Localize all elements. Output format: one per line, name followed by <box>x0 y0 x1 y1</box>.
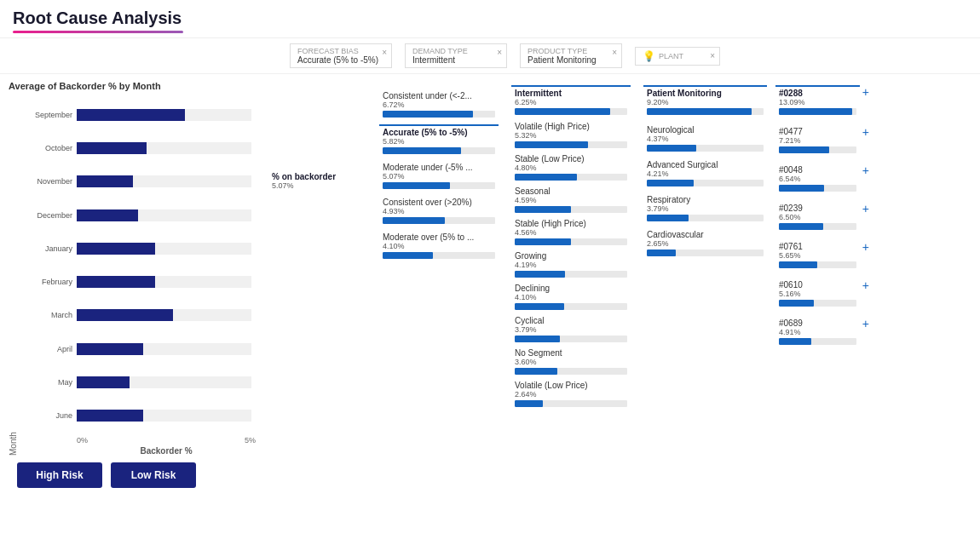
node-patient-monitoring: Patient Monitoring 9.20% <box>643 85 767 117</box>
node-moderate-over-label: Moderate over (5% to ... <box>383 232 495 242</box>
bar-fill <box>77 109 185 121</box>
node-advanced-surgical-bar <box>647 180 764 186</box>
high-risk-button[interactable]: High Risk <box>17 462 102 488</box>
node-0761-plus[interactable]: + <box>862 240 869 254</box>
node-patient-monitoring-pct: 9.20% <box>647 98 764 106</box>
bar-track <box>77 175 251 187</box>
filter-demand-type[interactable]: Demand Type Intermittent × <box>405 43 507 68</box>
bar-month-label: May <box>21 378 72 387</box>
bar-row: September <box>21 105 251 125</box>
filter-plant-close[interactable]: × <box>710 51 715 60</box>
node-seasonal-bar <box>515 206 627 213</box>
node-stable-low-bar <box>515 174 627 181</box>
node-intermittent-label: Intermittent <box>515 89 627 98</box>
node-consistent-over-pct: 4.93% <box>383 207 495 215</box>
node-0689-label: #0689 <box>779 318 856 328</box>
bar-row: December <box>21 205 251 226</box>
node-0048: #0048 6.54% <box>775 164 860 193</box>
node-0761-bar <box>779 261 856 268</box>
filter-product-type[interactable]: Product Type Patient Monitoring × <box>520 43 622 68</box>
node-0689-plus[interactable]: + <box>862 317 869 330</box>
title-underline <box>13 31 183 33</box>
filter-demand-type-close[interactable]: × <box>497 48 502 57</box>
node-0288-row: #0288 13.09% + <box>775 85 869 120</box>
filter-plant[interactable]: 💡 Plant × <box>635 47 720 66</box>
bar-row: June <box>21 405 251 426</box>
node-0477: #0477 7.21% <box>775 125 860 155</box>
node-stable-low: Stable (Low Price) 4.80% <box>511 152 631 182</box>
node-growing-bar <box>515 271 627 278</box>
bar-row: November <box>21 171 251 192</box>
right-panel: % on backorder 5.07% Consistent under (<… <box>264 74 980 545</box>
node-stable-high-pct: 4.56% <box>515 228 627 237</box>
node-accurate-pct: 5.82% <box>383 137 495 146</box>
bar-month-label: June <box>21 411 72 420</box>
node-declining: Declining 4.10% <box>511 282 631 312</box>
node-stable-low-pct: 4.80% <box>515 164 627 172</box>
node-backorder-label: % on backorder <box>272 172 359 181</box>
node-0239: #0239 6.50% <box>775 202 860 232</box>
low-risk-button[interactable]: Low Risk <box>111 462 196 488</box>
node-cyclical-bar <box>515 336 627 342</box>
main-content: Average of Backorder % by Month Month Se… <box>0 74 980 545</box>
x-axis-label: Backorder % <box>21 446 256 456</box>
node-0610-plus[interactable]: + <box>862 278 869 292</box>
node-accurate-label: Accurate (5% to -5%) <box>383 128 495 137</box>
node-neurological-pct: 4.37% <box>647 135 764 143</box>
node-neurological-label: Neurological <box>647 125 764 135</box>
node-0610-row: #0610 5.16% + <box>775 278 869 312</box>
node-accurate-bar <box>383 147 495 154</box>
node-backorder-pct: 5.07% <box>272 181 359 190</box>
filter-forecast-bias-close[interactable]: × <box>382 48 387 57</box>
sankey-layout: % on backorder 5.07% Consistent under (<… <box>268 81 976 538</box>
node-consistent-under-label: Consistent under (<-2... <box>383 91 495 100</box>
node-no-segment-bar <box>515 368 627 375</box>
node-0288-plus[interactable]: + <box>862 85 869 99</box>
bar-row: March <box>21 305 251 325</box>
node-0477-plus[interactable]: + <box>862 125 869 139</box>
node-0689-row: #0689 4.91% + <box>775 317 869 350</box>
sankey-col3: Intermittent 6.25% Volatile (High Price)… <box>511 85 631 412</box>
filter-demand-type-label: Demand Type <box>412 47 499 55</box>
node-accurate: Accurate (5% to -5%) 5.82% <box>379 124 499 156</box>
sankey-col4: Patient Monitoring 9.20% Neurological 4.… <box>643 85 767 261</box>
node-0239-row: #0239 6.50% + <box>775 202 869 235</box>
node-0048-bar <box>779 185 856 192</box>
node-backorder: % on backorder 5.07% <box>268 170 362 192</box>
filter-forecast-bias-value: Accurate (5% to -5%) <box>297 55 384 65</box>
node-0239-bar <box>779 223 856 230</box>
filter-product-type-close[interactable]: × <box>612 48 617 57</box>
node-0239-plus[interactable]: + <box>862 202 869 215</box>
chart-title: Average of Backorder % by Month <box>9 81 256 91</box>
node-moderate-under-pct: 5.07% <box>383 172 495 181</box>
filter-demand-type-value: Intermittent <box>412 55 499 65</box>
bar-month-label: December <box>21 211 72 220</box>
node-0610-bar <box>779 300 856 307</box>
node-moderate-under: Moderate under (-5% ... 5.07% <box>379 161 499 191</box>
node-no-segment: No Segment 3.60% <box>511 347 631 376</box>
node-declining-bar <box>515 303 627 310</box>
node-no-segment-label: No Segment <box>515 348 627 358</box>
node-moderate-under-label: Moderate under (-5% ... <box>383 163 495 172</box>
node-0288: #0288 13.09% <box>775 85 860 117</box>
bar-row: January <box>21 238 251 259</box>
bar-fill <box>77 376 130 388</box>
node-0239-label: #0239 <box>779 204 856 213</box>
y-axis-label: Month <box>9 98 18 456</box>
page: Root Cause Analysis Forecast Bias Accura… <box>0 0 980 545</box>
node-stable-high: Stable (High Price) 4.56% <box>511 217 631 247</box>
bar-track <box>77 309 251 321</box>
node-volatile-high-label: Volatile (High Price) <box>515 122 627 131</box>
node-intermittent-pct: 6.25% <box>515 98 627 106</box>
chart-area: SeptemberOctoberNovemberDecemberJanuaryF… <box>21 98 256 456</box>
filter-product-type-value: Patient Monitoring <box>527 55 614 65</box>
node-0048-plus[interactable]: + <box>862 164 869 177</box>
node-stable-high-label: Stable (High Price) <box>515 219 627 228</box>
node-moderate-over: Moderate over (5% to ... 4.10% <box>379 231 499 261</box>
node-patient-monitoring-bar <box>647 108 764 115</box>
node-0477-bar <box>779 146 856 153</box>
node-moderate-over-pct: 4.10% <box>383 242 495 250</box>
bar-track <box>77 276 251 288</box>
node-0477-row: #0477 7.21% + <box>775 125 869 158</box>
filter-forecast-bias[interactable]: Forecast Bias Accurate (5% to -5%) × <box>290 43 392 68</box>
